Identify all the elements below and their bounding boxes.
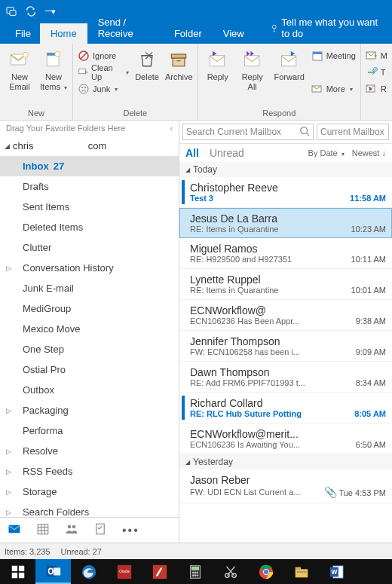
account-header[interactable]: ◢ chris com [0,136,179,156]
folder-item[interactable]: Ostial Pro [0,359,179,380]
folder-item[interactable]: Clutter [0,237,179,258]
extra-r-button[interactable]: R [366,81,387,96]
folder-item[interactable]: Junk E-mail [0,278,179,298]
tab-file[interactable]: File [6,23,40,44]
more-button[interactable]: More▾ [311,81,356,96]
message-item[interactable]: ECNWorkflow@ECN106236 Has Been Appr...9:… [179,300,392,331]
status-items: Items: 3,235 [5,547,51,556]
meeting-icon [311,50,323,62]
message-item[interactable]: Jennifer ThompsonFW: ECN106258 has been … [179,331,392,362]
cleanup-button[interactable]: Clean Up▾ [78,65,129,80]
search-icon[interactable] [299,126,310,139]
taskbar-outlook[interactable] [35,559,71,584]
search-scope[interactable]: Current Mailbox [317,124,389,140]
message-item[interactable]: ECNWorkflow@merit...ECN106236 Is Awaitin… [179,423,392,454]
folder-item[interactable]: ▷Search Folders [0,502,179,517]
search-input[interactable]: Search Current Mailbox [182,124,314,140]
message-group-header[interactable]: ◢Yesterday [179,454,392,469]
folder-item[interactable]: ▷Packaging [0,400,179,420]
meeting-button[interactable]: Meeting [311,48,356,63]
filter-unread[interactable]: Unread [210,147,244,159]
folder-item[interactable]: Performa [0,420,179,441]
search-bar: Search Current Mailbox Current Mailbox [179,121,392,144]
nav-calendar-icon[interactable] [36,522,50,539]
folder-pane: Drag Your Favorite Folders Here ‹ ◢ chri… [0,121,179,543]
folder-item[interactable]: Mexico Move [0,319,179,339]
svg-rect-51 [191,567,198,570]
message-subject: RE: Items in Quarantine [190,225,278,234]
message-time: 8:05 AM [354,409,386,418]
sort-newest[interactable]: Newest ↓ [352,148,386,157]
folder-item[interactable]: Inbox27 [0,156,179,176]
taskbar-chrome[interactable] [248,559,283,584]
quickaccess-dropdown-icon[interactable]: ▾ [44,5,57,18]
sort-by-date[interactable]: By Date ▾ [308,148,345,157]
archive-button[interactable]: Archive [165,47,193,82]
message-from: Dawn Thompson [190,366,386,378]
svg-rect-44 [54,567,60,575]
forward-button[interactable]: Forward [272,47,307,82]
message-item[interactable]: Lynette RuppelRE: Items in Quarantine10:… [179,269,392,300]
filter-all[interactable]: All [185,147,199,159]
taskbar-edge[interactable] [71,559,106,584]
taskbar-explorer[interactable] [283,559,319,584]
extra-t-button[interactable]: T [366,65,387,80]
chevron-right-icon: ▷ [6,264,14,272]
message-item[interactable]: Dawn ThompsonRE: Add FRM6.PPIF701993 t..… [179,362,392,393]
folder-item[interactable]: ▷Conversation History [0,258,179,278]
message-group-header[interactable]: ◢Today [179,162,392,177]
tell-me-label: Tell me what you want to do [281,17,381,39]
message-item[interactable]: Miguel RamosRE: H929500 and H92735110:11… [179,238,392,269]
message-item[interactable]: Jason ReberFW: UDI ECN List Current a...… [179,469,392,503]
folder-item[interactable]: Sent Items [0,197,179,217]
nav-mail-icon[interactable] [8,522,21,539]
taskbar: Oracle W [0,559,392,584]
new-email-button[interactable]: New Email [5,47,35,91]
quick-send-receive-icon[interactable] [24,5,38,18]
extra-m-button[interactable]: M [366,48,387,63]
message-item[interactable]: Christopher ReeveTest 311:58 AM [179,177,392,208]
taskbar-calculator[interactable] [177,559,213,584]
tab-folder[interactable]: Folder [164,23,213,44]
reply-button[interactable]: Reply [203,47,233,82]
folder-item[interactable]: ▷RSS Feeds [0,461,179,482]
taskbar-app-red[interactable] [142,559,177,584]
collapse-favorites-icon[interactable]: ‹ [170,124,173,133]
message-item[interactable]: Jesus De La BarraRE: Items in Quarantine… [179,208,392,238]
tab-send-receive[interactable]: Send / Receive [87,12,164,44]
folder-item[interactable]: ▷Storage [0,482,179,502]
svg-rect-67 [296,571,306,573]
chevron-right-icon: ▷ [6,509,14,516]
new-items-button[interactable]: New Items ▾ [39,47,68,91]
reply-all-button[interactable]: Reply All [237,47,268,91]
message-from: Jesus De La Barra [190,213,386,225]
tab-view[interactable]: View [213,23,255,44]
svg-line-38 [307,133,310,136]
message-from: Jennifer Thompson [190,335,386,347]
svg-rect-1 [10,11,16,16]
svg-line-9 [81,53,87,59]
folder-item[interactable]: Drafts [0,176,179,197]
taskbar-snip[interactable] [213,559,248,584]
folder-item[interactable]: ▷Resolve [0,441,179,461]
folder-item[interactable]: Outbox [0,380,179,400]
nav-people-icon[interactable] [65,522,78,539]
tell-me[interactable]: Tell me what you want to do [259,12,392,44]
nav-tasks-icon[interactable] [93,522,107,539]
ignore-button[interactable]: Ignore [78,48,129,63]
svg-point-53 [194,572,196,573]
nav-more-icon[interactable]: ••• [122,524,139,537]
folder-item[interactable]: Deleted Items [0,217,179,237]
taskbar-start[interactable] [0,559,35,584]
attachment-icon: 📎 [324,486,337,498]
taskbar-word[interactable]: W [319,559,354,584]
folder-item[interactable]: One Step [0,339,179,359]
taskbar-oracle[interactable]: Oracle [106,559,142,584]
message-time: 8:34 AM [356,378,386,387]
new-items-icon [42,48,65,71]
message-item[interactable]: Richard CollardRE: RLC Hub Suture Pottin… [179,393,392,423]
folder-item[interactable]: MediGroup [0,298,179,319]
tab-home[interactable]: Home [40,23,87,44]
delete-button[interactable]: Delete [133,47,161,82]
junk-button[interactable]: Junk▾ [78,81,129,96]
